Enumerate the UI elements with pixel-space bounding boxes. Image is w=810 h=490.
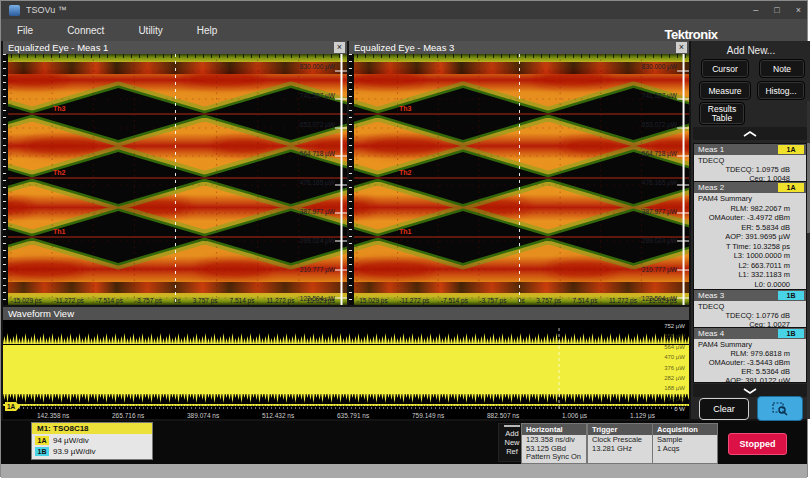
maximize-icon[interactable]: □ [774, 5, 779, 15]
trigger-title: Trigger [588, 424, 652, 435]
y-axis-tick-label: 752 µW [664, 323, 685, 329]
waveform-plot[interactable]: 1A 752 µW658 µW564 µW470 µW376 µW282 µW1… [3, 320, 689, 419]
y-axis-tick-label: 94 µW [668, 396, 685, 402]
eye2-y-axis-labels: 830.000 µW741.587 µW653.072 µW564.718 µW… [642, 63, 677, 302]
channel-1b-badge: 1B [35, 447, 49, 456]
bottom-bar: M1: TSO8C18 1A 94 µW/div 1B 93.9 µW/div … [1, 421, 807, 465]
zoom-select-icon [772, 402, 788, 416]
channel-row-1b[interactable]: 1B 93.9 µW/div [35, 446, 149, 457]
y-axis-tick-label: 658 µW [664, 333, 685, 339]
x-axis-tick-label: 1.006 µs [562, 412, 587, 419]
menu-item-file[interactable]: File [17, 25, 33, 36]
meas2-channel-badge: 1A [778, 183, 804, 192]
eye2-heatmap [349, 54, 689, 305]
x-axis-tick-label: 11.272 ps [266, 297, 294, 304]
title-bar: TSOVu ™ – □ × [1, 1, 807, 19]
eye1-threshold2-label: Th2 [53, 169, 65, 176]
result-line: TDECQ [696, 302, 804, 311]
collapse-up-button[interactable] [693, 127, 807, 140]
clear-button[interactable]: Clear [699, 398, 749, 420]
app-icon [9, 5, 20, 16]
y-axis-tick-label: 299.024 µW [642, 237, 677, 244]
app-title: TSOVu ™ [26, 5, 67, 15]
meas4-header: Meas 4 1B [694, 328, 806, 339]
cursor-button[interactable]: Cursor [701, 59, 749, 78]
result-line: AOP: 391.0122 µW [696, 376, 804, 383]
module-source-box[interactable]: M1: TSO8C18 1A 94 µW/div 1B 93.9 µW/div [31, 422, 153, 460]
meas4-card[interactable]: Meas 4 1B PAM4 SummaryRLM: 979.6818 mOMA… [693, 327, 807, 383]
result-line: L0: 0.0000 [696, 280, 804, 290]
x-axis-tick-label: -11.272 ps [399, 297, 429, 304]
x-axis-tick-label: 0s [174, 297, 181, 304]
waveform-x-axis-labels: 142.358 ns265.716 ns389.074 ns512.432 ns… [37, 412, 655, 419]
eye2-close-icon[interactable]: × [676, 42, 687, 53]
eye-diagram-panel-meas3: Equalized Eye - Meas 3 × [349, 41, 689, 305]
note-button[interactable]: Note [759, 59, 805, 78]
menu-item-connect[interactable]: Connect [67, 25, 104, 36]
x-axis-tick-label: 7.514 ps [230, 297, 255, 304]
add-new-label: Add New... [691, 45, 810, 56]
eye1-title-bar: Equalized Eye - Meas 1 × [3, 41, 347, 54]
x-axis-tick-label: 11.272 ps [609, 297, 637, 304]
eye2-plot[interactable]: Th3 Th2 Th1 830.000 µW741.587 µW653.072 … [349, 54, 689, 305]
result-line: TDECQ [696, 156, 804, 165]
acquisition-title: Acquisition [653, 424, 717, 435]
waveform-view-panel: Waveform View 1A 752 µ [3, 307, 689, 419]
close-icon[interactable]: × [796, 5, 801, 15]
y-axis-tick-label: 476.165 µW [642, 179, 677, 186]
eye1-threshold1-label: Th1 [53, 228, 65, 235]
meas2-card[interactable]: Meas 2 1A PAM4 SummaryRLM: 982.2067 mOMA… [693, 181, 807, 291]
results-table-button[interactable]: Results Table [699, 102, 745, 125]
eye2-x-axis-labels: -15.029 ps-11.272 ps-7.514 ps-3.757 ps0s… [357, 297, 677, 304]
channel-row-1a[interactable]: 1A 94 µW/div [35, 435, 149, 446]
meas3-name: Meas 3 [698, 291, 724, 300]
result-line: TDECQ: 1.0975 dB [696, 165, 804, 174]
x-axis-tick-label: 1.129 µs [630, 412, 655, 419]
result-line: T Time: 10.3258 ps [696, 242, 804, 252]
eye1-title: Equalized Eye - Meas 1 [8, 42, 108, 53]
y-axis-tick-label: 564.718 µW [300, 150, 335, 157]
x-axis-tick-label: 142.358 ns [37, 412, 69, 419]
result-line: OMAouter: -3.4972 dBm [696, 213, 804, 223]
trigger-settings-panel[interactable]: Trigger Clock Prescale13.281 GHz [587, 423, 653, 464]
eye2-threshold2-label: Th2 [399, 169, 411, 176]
eye1-plot[interactable]: Th3 Th2 Th1 830.000 µW741.587 µW653.072 … [3, 54, 347, 305]
menu-item-help[interactable]: Help [197, 25, 218, 36]
meas1-header: Meas 1 1A [694, 144, 806, 155]
result-line: RLM: 982.2067 m [696, 204, 804, 214]
y-axis-tick-label: 376 µW [664, 365, 685, 371]
meas2-name: Meas 2 [698, 183, 724, 192]
y-axis-tick-label: 282 µW [664, 375, 685, 381]
result-line: AOP: 391.9695 µW [696, 232, 804, 242]
x-axis-tick-label: -7.514 ps [441, 297, 468, 304]
menu-item-utility[interactable]: Utility [138, 25, 162, 36]
eye1-left-ticks [3, 54, 8, 305]
acquisition-settings-panel[interactable]: Acquisition Sample1 Acqs [652, 423, 718, 464]
zoom-select-button[interactable] [757, 396, 803, 421]
setting-line: 1 Acqs [657, 445, 713, 454]
measure-button[interactable]: Measure [699, 81, 751, 100]
histogram-button[interactable]: Histog... [757, 81, 805, 100]
horizontal-settings-panel[interactable]: Horizontal 123.358 ns/div53.125 GBdPatte… [521, 423, 587, 464]
x-axis-tick-label: -3.757 ps [479, 297, 506, 304]
meas3-header: Meas 3 1B [694, 290, 806, 301]
add-new-ref-label: Add New Ref [504, 429, 519, 456]
eye-diagram-panel-meas1: Equalized Eye - Meas 1 × [3, 41, 347, 305]
meas1-card[interactable]: Meas 1 1A TDECQTDECQ: 1.0975 dBCeq: 1.00… [693, 143, 807, 185]
tektronix-logo: Tektronix [649, 27, 733, 42]
meas3-card[interactable]: Meas 3 1B TDECQTDECQ: 1.0776 dBCeq: 1.00… [693, 289, 807, 331]
waveform-trace [3, 320, 689, 419]
waveform-y-axis-labels: 752 µW658 µW564 µW470 µW376 µW282 µW188 … [664, 323, 685, 412]
x-axis-tick-label: 882.507 ns [487, 412, 519, 419]
y-axis-tick-label: 830.000 µW [642, 63, 677, 70]
eye2-left-ticks [349, 54, 354, 305]
bottom-status-strip [1, 464, 807, 478]
minimize-icon[interactable]: – [753, 5, 758, 15]
eye1-top-ticks [3, 54, 347, 58]
meas4-name: Meas 4 [698, 329, 724, 338]
eye1-close-icon[interactable]: × [334, 42, 345, 53]
result-line: L3: 1000.0000 m [696, 251, 804, 261]
run-stop-button[interactable]: Stopped [728, 433, 787, 455]
y-axis-tick-label: 653.072 µW [300, 121, 335, 128]
horizontal-title: Horizontal [522, 424, 586, 435]
